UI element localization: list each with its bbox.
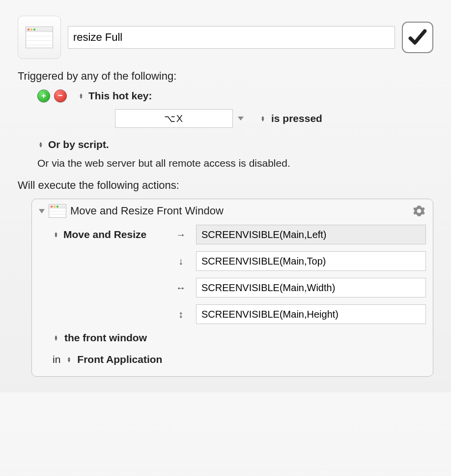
enabled-toggle[interactable] xyxy=(402,22,433,53)
target-window-stepper[interactable] xyxy=(53,335,59,341)
macro-name-input[interactable] xyxy=(68,26,395,49)
target-window-label: the front window xyxy=(64,332,147,344)
trigger-type-label: This hot key: xyxy=(88,90,152,102)
operation-stepper[interactable] xyxy=(53,232,59,238)
add-trigger-button[interactable]: + xyxy=(37,89,50,102)
action-gear-button[interactable] xyxy=(412,204,426,218)
width-input[interactable] xyxy=(196,278,426,298)
target-app-label: Front Application xyxy=(77,354,162,365)
hotkey-dropdown-icon[interactable] xyxy=(238,117,244,120)
remove-trigger-button[interactable]: − xyxy=(54,89,67,102)
operation-label: Move and Resize xyxy=(63,229,146,240)
script-trigger-stepper[interactable] xyxy=(37,142,44,148)
window-icon xyxy=(26,27,53,48)
hotkey-input[interactable]: ⌥X xyxy=(115,109,233,128)
height-input[interactable] xyxy=(196,304,426,324)
trigger-type-stepper[interactable] xyxy=(78,93,85,99)
hotkey-mode-stepper[interactable] xyxy=(259,116,266,121)
actions-section-label: Will execute the following actions: xyxy=(18,179,433,192)
web-trigger-label: Or via the web server but all remote acc… xyxy=(37,157,433,169)
hotkey-mode-label: is pressed xyxy=(271,113,322,124)
checkmark-icon xyxy=(407,27,428,48)
arrow-vertical-icon: ↕ xyxy=(170,309,191,320)
action-item[interactable]: Move and Resize Front Window Move and Re… xyxy=(31,199,433,377)
arrow-down-icon: ↓ xyxy=(170,256,191,267)
arrow-horizontal-icon: ↔ xyxy=(170,282,191,294)
script-trigger-label: Or by script. xyxy=(48,139,109,150)
left-input[interactable] xyxy=(196,225,426,244)
action-title: Move and Resize Front Window xyxy=(70,205,224,217)
trigger-section-label: Triggered by any of the following: xyxy=(18,70,433,83)
top-input[interactable] xyxy=(196,251,426,271)
gear-icon xyxy=(413,205,425,217)
target-app-stepper[interactable] xyxy=(65,357,72,362)
in-label: in xyxy=(53,354,60,365)
macro-icon[interactable] xyxy=(18,16,61,59)
arrow-right-icon: → xyxy=(170,229,191,240)
window-icon xyxy=(49,204,66,218)
disclosure-triangle-icon[interactable] xyxy=(39,209,45,213)
